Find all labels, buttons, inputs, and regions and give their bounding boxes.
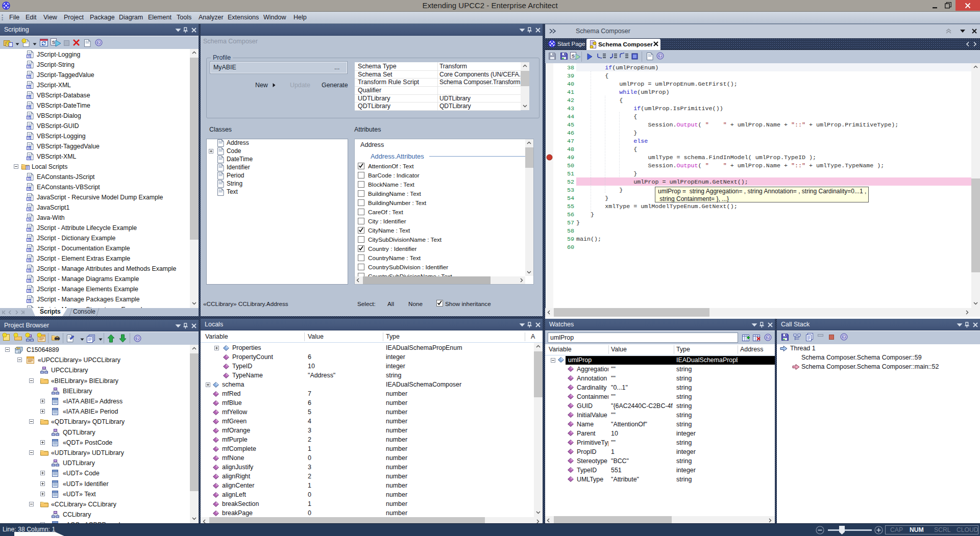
svg-text:VB: VB (28, 147, 31, 149)
svg-text:Ja: Ja (28, 198, 30, 200)
svg-text:?: ? (767, 335, 769, 340)
svg-text:Ja: Ja (28, 218, 30, 221)
svg-text:JS: JS (28, 279, 30, 282)
svg-text:JS: JS (28, 65, 30, 68)
svg-text:VB: VB (28, 137, 31, 139)
svg-text:VB: VB (28, 157, 31, 160)
svg-text:JS: JS (28, 177, 30, 180)
svg-text:VB: VB (28, 126, 31, 129)
svg-text:JS: JS (28, 239, 30, 241)
svg-text:JS: JS (28, 300, 30, 302)
svg-text:?: ? (136, 336, 139, 341)
svg-text:VB: VB (28, 96, 31, 98)
svg-text:JS: JS (28, 259, 30, 262)
svg-text:Ja: Ja (28, 208, 30, 211)
svg-text:JS: JS (28, 86, 30, 88)
svg-text:JS: JS (28, 249, 30, 251)
svg-text:VB: VB (28, 106, 31, 109)
svg-text:JS: JS (28, 269, 30, 272)
svg-text:VB: VB (28, 116, 31, 119)
svg-text:?: ? (843, 335, 845, 340)
svg-text:JS: JS (28, 290, 30, 292)
svg-text:?: ? (659, 54, 662, 59)
svg-text:JS: JS (28, 228, 30, 231)
svg-text:VB: VB (28, 188, 31, 190)
svg-text:JS: JS (28, 75, 30, 78)
svg-text:?: ? (97, 40, 100, 45)
svg-text:JS: JS (28, 55, 30, 58)
